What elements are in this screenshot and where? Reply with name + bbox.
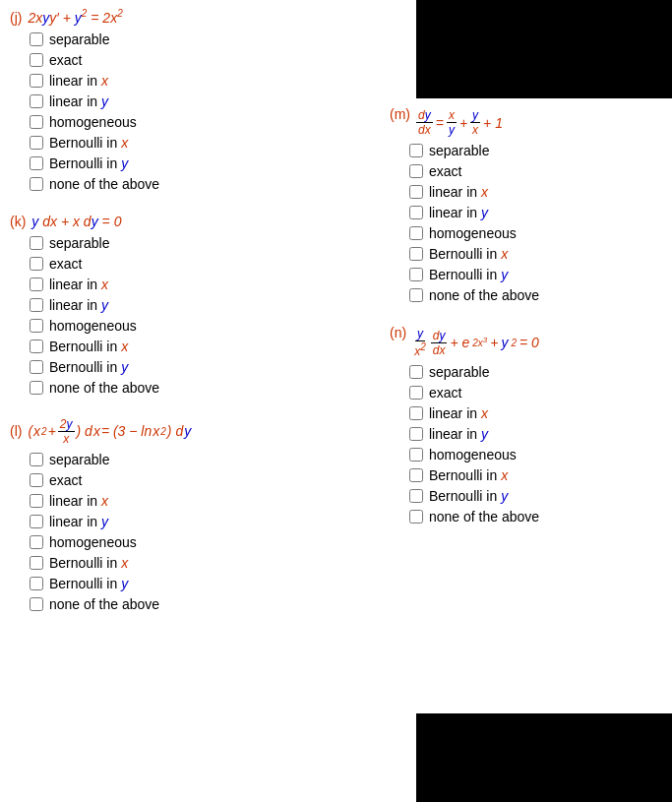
checkbox-j-homogeneous[interactable] [30,115,43,129]
checkbox-k-none[interactable] [30,381,43,395]
list-item: Bernoulli in y [30,576,374,591]
checkbox-j-separable[interactable] [30,32,43,46]
checkbox-k-separable[interactable] [30,236,43,250]
checkbox-l-bernoulli-y[interactable] [30,577,43,590]
checkbox-m-bernoulli-y[interactable] [409,268,423,281]
checkbox-l-none[interactable] [30,597,43,611]
checkbox-k-exact[interactable] [30,257,43,271]
label-j-none: none of the above [49,176,159,192]
list-item: homogeneous [30,318,374,334]
checkbox-n-homogeneous[interactable] [409,448,423,462]
question-j-options: separable exact linear in x linear in y … [10,31,374,192]
list-item: linear in x [30,493,374,509]
list-item: separable [409,364,666,380]
list-item: Bernoulli in x [409,246,666,262]
checkbox-l-exact[interactable] [30,473,43,487]
checkbox-l-bernoulli-x[interactable] [30,556,43,570]
checkbox-n-exact[interactable] [409,386,423,400]
list-item: linear in x [409,405,666,421]
label-j-separable: separable [49,31,110,47]
list-item: Bernoulli in y [30,359,374,375]
checkbox-n-linear-x[interactable] [409,406,423,420]
list-item: Bernoulli in x [409,467,666,483]
checkbox-j-exact[interactable] [30,53,43,67]
list-item: Bernoulli in y [409,488,666,504]
list-item: linear in x [30,277,374,292]
label-m-bernoulli-y: Bernoulli in y [429,267,508,282]
checkbox-k-bernoulli-x[interactable] [30,339,43,353]
checkbox-m-linear-x[interactable] [409,185,423,199]
label-l-bernoulli-x: Bernoulli in x [49,555,128,571]
checkbox-j-linear-y[interactable] [30,94,43,108]
list-item: homogeneous [409,447,666,463]
checkbox-j-bernoulli-x[interactable] [30,136,43,150]
label-k-exact: exact [49,256,82,272]
question-l-options: separable exact linear in x linear in y … [10,452,374,612]
checkbox-k-homogeneous[interactable] [30,319,43,333]
list-item: linear in y [30,514,374,529]
checkbox-l-linear-y[interactable] [30,515,43,528]
checkbox-m-none[interactable] [409,288,423,302]
list-item: homogeneous [409,225,666,241]
question-j-label: (j) 2xyy′ + y2 = 2x2 [10,8,374,26]
checkbox-k-linear-y[interactable] [30,298,43,312]
label-k-separable: separable [49,235,110,251]
checkbox-l-separable[interactable] [30,453,43,466]
label-n-bernoulli-x: Bernoulli in x [429,467,508,483]
list-item: homogeneous [30,534,374,550]
question-k-options: separable exact linear in x linear in y … [10,235,374,396]
label-n-linear-y: linear in y [429,426,488,442]
label-n-homogeneous: homogeneous [429,447,517,463]
label-l-separable: separable [49,452,110,467]
checkbox-l-homogeneous[interactable] [30,535,43,549]
checkbox-k-linear-x[interactable] [30,278,43,291]
label-k-bernoulli-y: Bernoulli in y [49,359,128,375]
checkbox-n-bernoulli-y[interactable] [409,489,423,503]
label-k-none: none of the above [49,380,159,396]
list-item: none of the above [30,380,374,396]
label-k-linear-x: linear in x [49,277,108,292]
list-item: Bernoulli in x [30,135,374,151]
checkbox-j-bernoulli-y[interactable] [30,156,43,170]
checkbox-j-linear-x[interactable] [30,74,43,88]
list-item: linear in x [409,184,666,200]
list-item: exact [409,385,666,401]
list-item: Bernoulli in y [30,155,374,171]
question-j: (j) 2xyy′ + y2 = 2x2 separable exact lin… [10,8,374,192]
label-l-linear-y: linear in y [49,514,108,529]
list-item: linear in y [409,205,666,220]
checkbox-m-exact[interactable] [409,164,423,178]
list-item: separable [30,452,374,467]
checkbox-k-bernoulli-y[interactable] [30,360,43,374]
question-n-options: separable exact linear in x linear in y [390,364,666,524]
label-j-homogeneous: homogeneous [49,114,137,130]
label-j-linear-y: linear in y [49,93,108,109]
list-item: homogeneous [30,114,374,130]
list-item: linear in y [409,426,666,442]
checkbox-m-homogeneous[interactable] [409,226,423,240]
question-l-label: (l) (x2 + 2y x ) dx = (3 − ln x2) dy [10,417,374,446]
label-l-exact: exact [49,472,82,488]
label-m-homogeneous: homogeneous [429,225,517,241]
label-j-exact: exact [49,52,82,68]
list-item: Bernoulli in x [30,339,374,354]
checkbox-m-bernoulli-x[interactable] [409,247,423,261]
label-j-bernoulli-y: Bernoulli in y [49,155,128,171]
checkbox-j-none[interactable] [30,177,43,191]
checkbox-m-separable[interactable] [409,144,423,157]
label-m-none: none of the above [429,287,539,303]
checkbox-n-linear-y[interactable] [409,427,423,441]
list-item: exact [30,256,374,272]
list-item: linear in y [30,297,374,313]
question-k-label: (k) y dx + x dy = 0 [10,214,374,229]
checkbox-n-separable[interactable] [409,365,423,379]
question-n: (n) y x2 dy dx + e2x3 + y2 = 0 [390,325,666,524]
label-k-linear-y: linear in y [49,297,108,313]
checkbox-m-linear-y[interactable] [409,206,423,219]
label-l-bernoulli-y: Bernoulli in y [49,576,128,591]
checkbox-l-linear-x[interactable] [30,494,43,508]
checkbox-n-bernoulli-x[interactable] [409,468,423,482]
label-l-homogeneous: homogeneous [49,534,137,550]
label-m-linear-y: linear in y [429,205,488,220]
checkbox-n-none[interactable] [409,510,423,524]
